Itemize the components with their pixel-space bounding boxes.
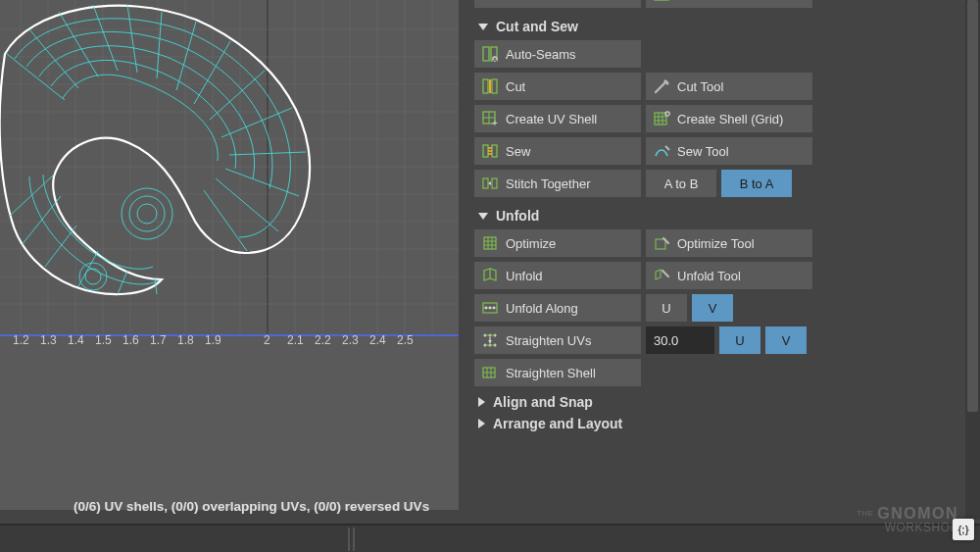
svg-text:2.1: 2.1 bbox=[287, 333, 304, 347]
bottom-shelf bbox=[0, 524, 980, 552]
straighten-shell-icon bbox=[480, 363, 500, 382]
svg-line-93 bbox=[665, 146, 669, 150]
svg-point-50 bbox=[137, 204, 157, 224]
stitch-a-to-b-button[interactable]: A to B bbox=[646, 170, 716, 197]
unfold-label: Unfold bbox=[506, 269, 543, 283]
create-shell-grid-label: Create Shell (Grid) bbox=[677, 112, 783, 126]
svg-text:1.2: 1.2 bbox=[13, 333, 29, 347]
create-uv-shell-icon: + bbox=[480, 109, 500, 128]
svg-line-29 bbox=[29, 29, 78, 88]
straighten-v-button[interactable]: V bbox=[765, 326, 807, 354]
straighten-uvs-button[interactable]: Straighten UVs bbox=[474, 326, 641, 354]
unfold-tool-icon bbox=[652, 266, 671, 285]
cut-tool-label: Cut Tool bbox=[677, 79, 723, 94]
straighten-angle-input[interactable] bbox=[646, 326, 714, 354]
svg-text:1.6: 1.6 bbox=[122, 333, 139, 347]
optimize-tool-button[interactable]: Optimize Tool bbox=[646, 229, 812, 257]
panel-scrollbar[interactable] bbox=[965, 0, 980, 520]
svg-text:2.3: 2.3 bbox=[342, 333, 359, 347]
create-uv-shell-label: Create UV Shell bbox=[506, 112, 597, 126]
cut-label: Cut bbox=[506, 79, 525, 94]
svg-marker-119 bbox=[488, 340, 492, 343]
svg-text:2.4: 2.4 bbox=[369, 333, 386, 347]
script-editor-icon[interactable]: {;} bbox=[953, 519, 974, 540]
svg-text:1.5: 1.5 bbox=[95, 333, 112, 347]
optimize-button[interactable]: Optimize bbox=[474, 229, 641, 257]
unfold-along-u-button[interactable]: U bbox=[646, 294, 687, 322]
auto-seams-button[interactable]: A Auto-Seams bbox=[474, 40, 641, 68]
optimize-icon bbox=[480, 233, 500, 253]
sew-tool-button[interactable]: Sew Tool bbox=[646, 137, 812, 165]
sew-icon bbox=[480, 141, 500, 161]
svg-line-79 bbox=[656, 81, 666, 92]
stitch-together-icon bbox=[480, 174, 500, 193]
unfold-tool-button[interactable]: Unfold Tool bbox=[646, 262, 812, 289]
svg-text:2.2: 2.2 bbox=[315, 333, 331, 347]
camera-based-button[interactable]: Camera-Based bbox=[474, 0, 641, 8]
svg-line-37 bbox=[221, 108, 292, 137]
ruler-labels: 1.2 1.3 1.4 1.5 1.6 1.7 1.8 1.9 2 2.1 2.… bbox=[13, 333, 414, 347]
sew-label: Sew bbox=[506, 144, 530, 159]
svg-rect-77 bbox=[492, 79, 497, 93]
svg-line-104 bbox=[662, 271, 668, 276]
contour-stretch-button[interactable]: Contour Stretch bbox=[646, 0, 812, 8]
svg-point-109 bbox=[493, 307, 496, 310]
section-unfold[interactable]: Unfold bbox=[465, 202, 980, 229]
section-title: Arrange and Layout bbox=[493, 416, 622, 431]
uv-viewport[interactable]: 1.2 1.3 1.4 1.5 1.6 1.7 1.8 1.9 2 2.1 2.… bbox=[0, 0, 459, 510]
svg-rect-102 bbox=[656, 239, 665, 249]
svg-text:1.4: 1.4 bbox=[68, 333, 84, 347]
viewport-canvas: 1.2 1.3 1.4 1.5 1.6 1.7 1.8 1.9 2 2.1 2.… bbox=[0, 0, 459, 510]
section-title: Unfold bbox=[496, 208, 539, 224]
chevron-down-icon bbox=[478, 213, 488, 220]
section-cut-and-sew[interactable]: Cut and Sew bbox=[465, 13, 980, 40]
unfold-button[interactable]: Unfold bbox=[474, 262, 641, 289]
svg-rect-85 bbox=[655, 113, 666, 125]
stitch-b-to-a-button[interactable]: B to A bbox=[721, 170, 792, 197]
cut-button[interactable]: Cut bbox=[474, 73, 641, 100]
contour-stretch-icon bbox=[652, 0, 671, 4]
svg-line-39 bbox=[225, 169, 299, 196]
svg-text:2.5: 2.5 bbox=[397, 333, 414, 347]
chevron-right-icon bbox=[478, 419, 485, 428]
svg-text:1.3: 1.3 bbox=[40, 333, 57, 347]
create-uv-shell-button[interactable]: + Create UV Shell bbox=[474, 105, 641, 132]
unfold-along-v-button[interactable]: V bbox=[692, 294, 733, 322]
svg-rect-72 bbox=[483, 47, 489, 61]
sew-button[interactable]: Sew bbox=[474, 137, 641, 165]
straighten-uvs-icon bbox=[480, 330, 500, 350]
section-align-and-snap[interactable]: Align and Snap bbox=[465, 391, 980, 413]
straighten-shell-button[interactable]: Straighten Shell bbox=[474, 359, 641, 386]
section-arrange-and-layout[interactable]: Arrange and Layout bbox=[465, 413, 980, 434]
svg-rect-97 bbox=[484, 237, 496, 249]
scrollbar-thumb[interactable] bbox=[967, 0, 978, 412]
svg-text:+: + bbox=[492, 118, 498, 127]
unfold-along-label: Unfold Along bbox=[506, 301, 578, 316]
cut-icon bbox=[480, 76, 500, 96]
uv-toolkit-panel: Camera-Based Contour Stretch Cut and Sew… bbox=[465, 0, 980, 520]
unfold-tool-label: Unfold Tool bbox=[677, 269, 741, 283]
unfold-along-button[interactable]: Unfold Along bbox=[474, 294, 641, 322]
sew-tool-icon bbox=[652, 141, 671, 161]
optimize-tool-label: Optimize Tool bbox=[677, 236, 755, 251]
create-shell-grid-icon bbox=[652, 109, 671, 128]
svg-rect-76 bbox=[483, 79, 488, 93]
section-title: Cut and Sew bbox=[496, 19, 578, 34]
unfold-icon bbox=[480, 266, 500, 285]
auto-seams-label: Auto-Seams bbox=[506, 47, 576, 62]
svg-text:1.8: 1.8 bbox=[177, 333, 194, 347]
cut-tool-icon bbox=[652, 76, 671, 96]
stitch-together-button[interactable]: Stitch Together bbox=[474, 170, 641, 197]
chevron-right-icon bbox=[478, 397, 485, 407]
optimize-tool-icon bbox=[652, 233, 671, 253]
uv-status-bar: (0/6) UV shells, (0/0) overlapping UVs, … bbox=[0, 495, 429, 518]
chevron-down-icon bbox=[478, 24, 488, 30]
create-shell-grid-button[interactable]: Create Shell (Grid) bbox=[646, 105, 812, 132]
cut-tool-button[interactable]: Cut Tool bbox=[646, 73, 812, 100]
optimize-label: Optimize bbox=[506, 236, 556, 251]
straighten-u-button[interactable]: U bbox=[719, 326, 760, 354]
camera-based-label: Camera-Based bbox=[506, 0, 591, 2]
stitch-together-label: Stitch Together bbox=[506, 176, 590, 191]
sew-tool-label: Sew Tool bbox=[677, 144, 729, 159]
svg-rect-91 bbox=[483, 145, 488, 157]
